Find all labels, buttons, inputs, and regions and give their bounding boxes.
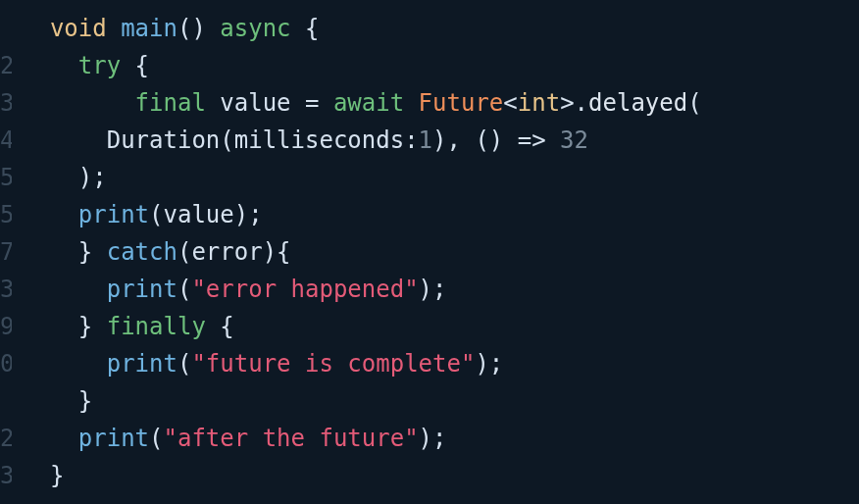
line-number: 2 xyxy=(0,420,12,457)
token-ident: milliseconds xyxy=(234,126,404,154)
code-line[interactable]: ); xyxy=(22,159,859,196)
token-punct xyxy=(546,126,560,154)
token-func: print xyxy=(107,276,177,303)
code-line[interactable]: Duration(milliseconds:1), () => 32 xyxy=(22,122,859,159)
token-punct xyxy=(319,89,332,117)
token-punct: ){ xyxy=(263,238,291,266)
line-number xyxy=(0,10,12,47)
line-number: 3 xyxy=(0,457,12,494)
code-line[interactable]: print("error happened"); xyxy=(22,271,859,308)
token-punct: } xyxy=(78,387,92,415)
token-func: print xyxy=(107,350,177,378)
token-punct: ( xyxy=(177,350,191,378)
code-line[interactable]: print(value); xyxy=(22,196,859,233)
token-punct: () xyxy=(177,15,220,42)
token-keyword: final xyxy=(135,89,206,117)
token-punct: ( xyxy=(220,126,233,154)
indent xyxy=(22,89,135,117)
token-punct: { xyxy=(121,52,149,79)
indent xyxy=(22,238,78,266)
code-editor[interactable]: 23455739023 void main() async { try { fi… xyxy=(0,0,859,504)
token-punct: } xyxy=(50,462,64,489)
line-number: 3 xyxy=(0,271,12,308)
indent xyxy=(22,462,50,489)
indent xyxy=(22,164,78,191)
token-punct: } xyxy=(78,238,107,266)
token-keyword: await xyxy=(333,89,404,117)
line-number: 4 xyxy=(0,122,12,159)
token-number: 1 xyxy=(419,126,432,154)
token-punct: } xyxy=(78,313,107,340)
token-punct: ); xyxy=(419,425,447,452)
token-punct: >. xyxy=(560,89,588,117)
token-punct: ); xyxy=(78,164,107,191)
token-method: delayed xyxy=(588,89,687,117)
token-punct xyxy=(404,89,418,117)
token-string: "error happened" xyxy=(191,276,418,303)
token-punct: ( xyxy=(687,89,701,117)
line-number-gutter: 23455739023 xyxy=(0,0,12,504)
indent xyxy=(22,313,78,340)
token-func: print xyxy=(78,201,149,228)
code-line[interactable]: print("future is complete"); xyxy=(22,345,859,382)
indent xyxy=(22,350,107,378)
token-op: => xyxy=(518,126,546,154)
indent xyxy=(22,425,78,452)
token-punct xyxy=(291,89,305,117)
code-line[interactable]: void main() async { xyxy=(22,10,859,47)
token-number: 32 xyxy=(560,126,588,154)
token-punct: ( xyxy=(149,425,163,452)
token-punct: ( xyxy=(149,201,163,228)
line-number: 0 xyxy=(0,345,12,382)
token-punct: ); xyxy=(419,276,447,303)
token-ident: value xyxy=(164,201,234,228)
line-number xyxy=(0,382,12,420)
code-line[interactable]: } catch(error){ xyxy=(22,233,859,271)
code-line[interactable]: } xyxy=(22,382,859,420)
indent xyxy=(22,52,78,79)
token-punct: ( xyxy=(177,276,191,303)
line-number: 3 xyxy=(0,84,12,122)
line-number: 5 xyxy=(0,159,12,196)
token-punct: { xyxy=(206,313,234,340)
token-type: void xyxy=(50,15,107,42)
code-line[interactable]: final value = await Future<int>.delayed( xyxy=(22,84,859,122)
indent xyxy=(22,387,78,415)
token-op: = xyxy=(305,89,319,117)
token-ident: error xyxy=(191,238,262,266)
code-line[interactable]: print("after the future"); xyxy=(22,420,859,457)
indent xyxy=(22,201,78,228)
code-area[interactable]: void main() async { try { final value = … xyxy=(12,0,859,504)
token-punct xyxy=(206,89,220,117)
line-number: 9 xyxy=(0,308,12,345)
token-punct: ), () xyxy=(432,126,518,154)
token-punct: { xyxy=(291,15,320,42)
line-number: 5 xyxy=(0,196,12,233)
token-func: main xyxy=(121,15,177,42)
token-punct xyxy=(107,15,121,42)
token-func: catch xyxy=(107,238,177,266)
token-class: Future xyxy=(419,89,504,117)
code-line[interactable]: } xyxy=(22,457,859,494)
token-keyword: finally xyxy=(107,313,206,340)
line-number: 2 xyxy=(0,47,12,84)
indent xyxy=(22,126,107,154)
token-punct: < xyxy=(503,89,517,117)
token-type: int xyxy=(518,89,560,117)
token-punct: ); xyxy=(475,350,503,378)
code-line[interactable]: try { xyxy=(22,47,859,84)
indent xyxy=(22,15,50,42)
code-line[interactable]: } finally { xyxy=(22,308,859,345)
token-ident: Duration xyxy=(107,126,221,154)
token-keyword: try xyxy=(78,52,121,79)
token-punct: ( xyxy=(177,238,191,266)
token-string: "future is complete" xyxy=(191,350,475,378)
token-func: print xyxy=(78,425,149,452)
token-ident: value xyxy=(220,89,290,117)
token-punct: : xyxy=(404,126,418,154)
line-number: 7 xyxy=(0,233,12,271)
token-keyword: async xyxy=(220,15,290,42)
indent xyxy=(22,276,107,303)
token-punct: ); xyxy=(234,201,263,228)
token-string: "after the future" xyxy=(164,425,419,452)
